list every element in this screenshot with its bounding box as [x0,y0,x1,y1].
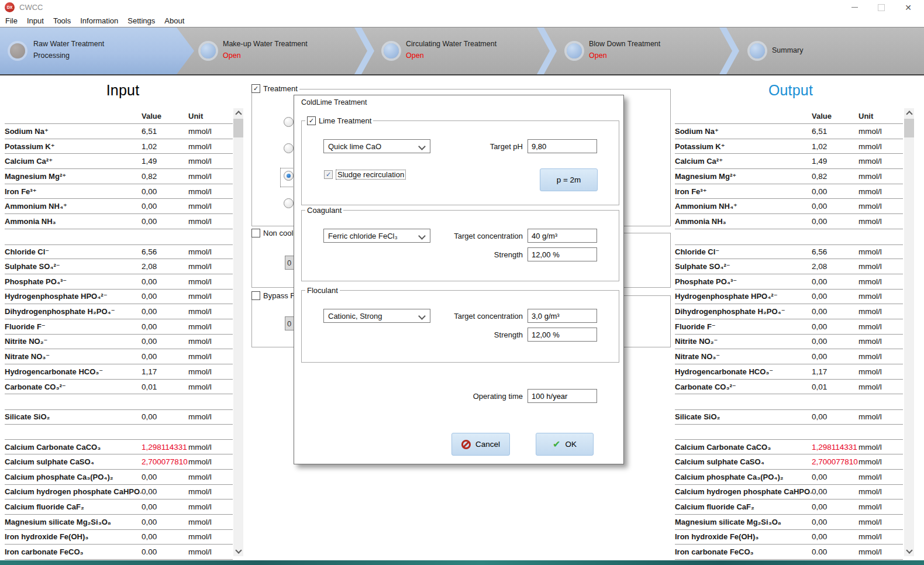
row-unit: mmol/l [859,337,903,346]
table-row: Fluoride F⁻ 0,00 mmol/l [675,319,903,335]
table-row: Calcium hydrogen phosphate CaHPO₄ 0,00 m… [5,485,233,500]
table-row: Hydrogenphosphate HPO₄²⁻ 0,00 mmol/l [675,290,903,305]
row-value: 1,49 [142,157,188,166]
table-row: Carbonate CO₃²⁻ 0,01 mmol/l [675,380,903,395]
lime-treatment-checkbox[interactable] [307,116,316,125]
cancel-button[interactable]: Cancel [451,433,510,456]
row-label: Iron carbonate FeCO₃ [5,547,142,556]
step-separator-icon [537,27,557,74]
row-unit: mmol/l [859,277,903,286]
menu-input[interactable]: Input [22,16,49,25]
maximize-icon[interactable] [868,0,895,15]
row-label: Ammonium NH₄⁺ [5,202,142,211]
scroll-up-icon[interactable] [904,108,914,118]
wizard-step-raw-water[interactable] [0,27,194,74]
row-value: 1,17 [142,367,188,376]
sludge-recirculation-control[interactable]: Sludge recirculation [324,170,406,180]
step-title[interactable]: Circulating Water Treatment [406,40,497,48]
row-label: Nitrate NO₃⁻ [5,352,142,361]
close-icon[interactable]: ✕ [895,0,922,15]
table-row: Calcium phosphate Ca₃(PO₄)₂ 0,00 mmol/l [5,470,233,485]
coagulant-target-concentration-input[interactable] [527,229,597,243]
row-unit: mmol/l [859,547,903,556]
row-unit: mmol/l [859,367,903,376]
menu-tools[interactable]: Tools [49,16,75,25]
bypass-checkbox[interactable] [251,291,260,300]
row-unit: mmol/l [859,412,903,421]
input-table-header: Value Unit [5,108,233,124]
scrollbar-thumb[interactable] [904,119,914,137]
table-row: Potassium K⁺ 1,02 mmol/l [675,139,903,154]
row-label: Calcium Ca²⁺ [675,157,812,166]
treatment-radio-4[interactable] [284,198,294,208]
step-status: Open [223,51,241,60]
step-circle-icon [384,43,399,58]
row-unit: mmol/l [188,307,233,316]
step-title[interactable]: Blow Down Treatment [589,40,660,48]
table-row: Magnesium silicate Mg₂Si₃O₈ 0,00 mmol/l [5,515,233,530]
row-unit: mmol/l [859,322,903,331]
table-group-spacer [5,425,233,440]
table-row: Calcium fluoride CaF₂ 0,00 mmol/l [5,499,233,515]
scroll-down-icon[interactable] [233,546,243,556]
input-table: Value Unit Sodium Na⁺ 6,51 mmol/l Potass… [5,108,233,560]
row-value: 0,00 [812,292,859,301]
treatment-checkbox[interactable] [251,84,260,93]
row-value: 0,00 [812,352,859,361]
row-label: Silicate SiO₂ [5,412,142,421]
table-group-spacer [675,394,903,409]
non-cooling-checkbox[interactable] [251,229,260,237]
menu-file[interactable]: File [1,16,22,25]
row-value: 0,00 [812,518,859,526]
row-unit: mmol/l [859,383,903,391]
row-label: Magnesium silicate Mg₂Si₃O₈ [675,518,812,526]
table-row: Magnesium Mg²⁺ 0,82 mmol/l [675,169,903,184]
row-value: 2,08 [142,262,188,271]
treatment-radio-1[interactable] [284,117,294,127]
step-title[interactable]: Raw Water Treatment [33,40,104,48]
lime-treatment-group-label: Lime Treatment [305,116,373,125]
no-entry-icon [460,437,473,451]
minimize-icon[interactable] [841,0,868,15]
scroll-down-icon[interactable] [904,546,914,556]
row-label: Sulphate SO₄²⁻ [675,262,812,271]
input-scrollbar[interactable] [233,108,243,556]
menu-information[interactable]: Information [75,16,123,25]
output-table: Value Unit Sodium Na⁺ 6,51 mmol/l Potass… [675,108,903,560]
row-label: Hydrogencarbonate HCO₃⁻ [675,367,812,376]
floculant-target-concentration-input[interactable] [527,309,597,323]
scroll-up-icon[interactable] [233,108,243,118]
step-title[interactable]: Make-up Water Treatment [223,40,308,48]
row-label: Iron Fe³⁺ [675,187,812,196]
row-unit: mmol/l [188,187,233,196]
ok-button[interactable]: ✔ OK [536,433,594,456]
row-value: 1,02 [142,142,188,151]
row-label: Dihydrogenphosphate H₂PO₄⁻ [5,307,142,316]
floculant-strength-input[interactable] [527,328,597,342]
row-value: 0,01 [142,383,188,391]
row-unit: mmol/l [859,473,903,481]
p-2m-button[interactable]: p = 2m [540,168,598,191]
row-label: Calcium Carbonate CaCO₃ [675,443,812,452]
menu-settings[interactable]: Settings [123,16,160,25]
row-label: Iron Fe³⁺ [5,187,142,196]
menu-about[interactable]: About [160,16,189,25]
step-title[interactable]: Summary [772,46,803,54]
treatment-radio-2[interactable] [284,143,294,153]
row-value: 0,82 [812,172,859,181]
row-label: Magnesium Mg²⁺ [5,172,142,181]
coagulant-strength-input[interactable] [527,247,597,261]
row-label: Calcium phosphate Ca₃(PO₄)₂ [5,473,142,481]
scrollbar-thumb[interactable] [233,119,243,137]
output-scrollbar[interactable] [904,108,914,556]
row-value: 1,49 [812,157,859,166]
row-value: 6,51 [812,127,859,136]
operating-time-input[interactable] [527,389,597,403]
table-row: Ammonia NH₃ 0,00 mmol/l [5,214,233,229]
app-window: DX CWCC ✕ File Input Tools Information S… [0,0,924,565]
target-ph-input[interactable] [527,139,597,153]
sludge-recirculation-checkbox[interactable] [324,170,333,179]
row-label: Fluoride F⁻ [675,322,812,331]
table-row: Magnesium silicate Mg₂Si₃O₈ 0,00 mmol/l [675,515,903,530]
row-unit: mmol/l [859,187,903,196]
